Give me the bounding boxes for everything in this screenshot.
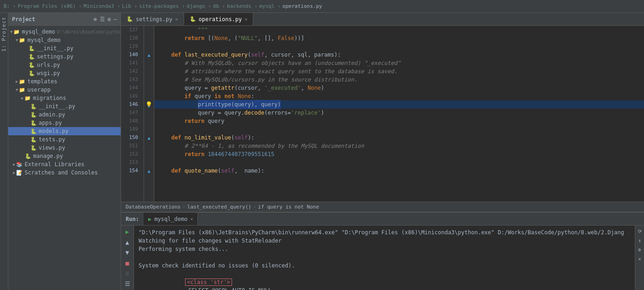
line-number: 138 <box>121 34 144 42</box>
run-output-line: Watching for file changes with StatReloa… <box>139 237 630 245</box>
sidebar-item-init2[interactable]: 🐍 __init__.py <box>8 102 121 110</box>
gutter-cell-146[interactable]: 💡 <box>144 100 154 109</box>
code-line-151: # 2**64 - 1, as recommended by the MySQL… <box>154 142 644 150</box>
sidebar-item-label: mysql_demo <box>22 29 55 35</box>
sidebar-item-label: apps.py <box>39 120 62 126</box>
settings-run-icon[interactable]: ☰ <box>123 279 132 288</box>
gutter-cell <box>144 34 154 42</box>
gutter-cell <box>144 26 154 34</box>
sidebar-item-migrations[interactable]: ▶ 📁 migrations <box>8 94 121 102</box>
code-line-154: def quote_name(self, name): <box>154 167 644 175</box>
code-content: 137 138 139 140 141 142 143 144 145 146 … <box>121 26 644 202</box>
py-file-icon: 🐍 <box>25 153 31 159</box>
line-numbers: 137 138 139 140 141 142 143 144 145 146 … <box>121 26 144 202</box>
chevron-right-icon: ▶ <box>13 170 15 175</box>
sidebar-item-userapp[interactable]: ▼ 📁 userapp <box>8 86 121 94</box>
sidebar-item-label: migrations <box>33 95 66 101</box>
stop-button[interactable]: ■ <box>123 259 132 267</box>
gutter-cell-140: ▲ <box>144 51 154 59</box>
code-lines[interactable]: """ return [(None, ("NULL", [], False))]… <box>154 26 644 202</box>
breadcrumb-part-3[interactable]: if query is not None <box>258 204 319 210</box>
gutter-cell <box>144 59 154 67</box>
line-number: 145 <box>121 92 144 100</box>
py-tab-icon: 🐍 <box>190 16 196 22</box>
right-panel: 🐍 settings.py ✕ 🐍 operations.py ✕ 137 <box>121 13 644 290</box>
line-number: 148 <box>121 117 144 125</box>
side-btn-2[interactable]: ↕ <box>636 237 644 244</box>
gutter-cell <box>144 117 154 125</box>
editor-area: 137 138 139 140 141 142 143 144 145 146 … <box>121 26 644 212</box>
breadcrumb-sep: › <box>253 204 256 210</box>
py-file-icon: 🐍 <box>30 137 37 143</box>
sidebar-item-init[interactable]: 🐍 __init__.py <box>8 44 121 52</box>
code-line-147: query = query.decode(errors='replace') <box>154 109 644 117</box>
line-number: 144 <box>121 84 144 92</box>
run-tab-mysql-demo[interactable]: ▶ mysql_demo ✕ <box>144 213 198 225</box>
py-file-icon: 🐍 <box>29 70 35 76</box>
breadcrumb-part-1[interactable]: DatabaseOperations <box>126 204 180 210</box>
tab-settings[interactable]: 🐍 settings.py ✕ <box>121 13 184 25</box>
sidebar-item-label: __init__.py <box>37 45 73 52</box>
sidebar-header-icons: ⊕ ☰ ⚙ — <box>93 16 117 23</box>
py-file-icon: 🐍 <box>30 104 37 110</box>
scroll-up-button[interactable]: ▲ <box>123 238 132 247</box>
settings-icon[interactable]: ⚙ <box>108 16 111 23</box>
side-btn-1[interactable]: ⟳ <box>636 227 644 235</box>
top-path-bar: B: › Program Files (x86) › Miniconda3 › … <box>0 0 644 13</box>
chevron-right-icon: ▶ <box>16 79 18 84</box>
sidebar-item-wsgi[interactable]: 🐍 wsgi.py <box>8 69 121 77</box>
scroll-down-button[interactable]: ▼ <box>123 248 132 257</box>
close-tab-icon[interactable]: ✕ <box>175 17 178 22</box>
sidebar-item-label: userapp <box>27 87 51 93</box>
py-file-icon: 🐍 <box>30 120 37 126</box>
sidebar-item-urls[interactable]: 🐍 urls.py <box>8 61 121 69</box>
sidebar-item-mysql-demo-inner[interactable]: ▼ 📁 mysql_demo <box>8 36 121 44</box>
project-strip: 1: Project <box>0 13 8 290</box>
close-tab-icon[interactable]: ✕ <box>244 17 247 22</box>
gutter-cell <box>144 42 154 51</box>
breadcrumb-part-2[interactable]: last_executed_query() <box>187 204 251 210</box>
scratch-icon: 📝 <box>16 170 23 176</box>
sidebar-item-mysql-demo-root[interactable]: ▼ 📁 mysql_demo D:\Works\BaseCode\python\… <box>8 28 121 36</box>
sidebar-item-apps[interactable]: 🐍 apps.py <box>8 119 121 127</box>
sidebar-item-label: tests.py <box>39 136 65 143</box>
gutter-cell <box>144 125 154 133</box>
sidebar-item-label: External Libraries <box>24 161 84 168</box>
code-line-144: query = getattr(cursor, '_executed', Non… <box>154 84 644 92</box>
layout-icon[interactable]: ☰ <box>100 16 105 23</box>
add-scope-icon[interactable]: ⊕ <box>93 16 97 23</box>
sidebar-item-ext-libs[interactable]: ▶ 📚 External Libraries <box>8 160 121 168</box>
sidebar-item-label: Scratches and Consoles <box>24 169 98 176</box>
sidebar-item-models[interactable]: 🐍 models.py <box>8 127 121 135</box>
line-number: 153 <box>121 158 144 167</box>
sidebar-item-scratches[interactable]: ▶ 📝 Scratches and Consoles <box>8 168 121 177</box>
minimize-icon[interactable]: — <box>114 16 117 23</box>
sidebar-item-templates[interactable]: ▶ 📁 templates <box>8 77 121 86</box>
side-btn-3[interactable]: ⚙ <box>636 246 644 253</box>
sidebar-item-admin[interactable]: 🐍 admin.py <box>8 110 121 119</box>
run-output-line: "D:\Program Files (x86)\JetBrains\PyChar… <box>139 228 630 237</box>
file-tree: ▼ 📁 mysql_demo D:\Works\BaseCode\python\… <box>8 26 121 290</box>
sidebar-item-label: wsgi.py <box>37 70 60 76</box>
sidebar-item-label: templates <box>27 78 57 85</box>
line-number: 146 <box>121 100 144 109</box>
folder-icon: 📁 <box>19 37 25 43</box>
line-number: 149 <box>121 125 144 133</box>
sidebar-item-tests[interactable]: 🐍 tests.py <box>8 135 121 144</box>
sidebar-item-settings[interactable]: 🐍 settings.py <box>8 52 121 61</box>
sidebar-item-views[interactable]: 🐍 views.py <box>8 144 121 152</box>
close-run-tab-icon[interactable]: ✕ <box>190 216 193 221</box>
sidebar-item-manage[interactable]: 🐍 manage.py <box>8 152 121 160</box>
code-line-137: """ <box>154 26 644 34</box>
chevron-down-icon: ▼ <box>16 87 18 92</box>
sidebar-item-label: admin.py <box>39 111 65 118</box>
gutter-cell <box>144 142 154 150</box>
py-file-icon: 🐍 <box>29 46 35 52</box>
sidebar: Project ⊕ ☰ ⚙ — ▼ 📁 mysql_demo D:\Works\… <box>8 13 121 290</box>
side-btn-4[interactable]: ✕ <box>636 255 644 262</box>
sidebar-item-label: mysql_demo <box>27 37 60 43</box>
py-file-icon: 🐍 <box>30 128 37 134</box>
tab-operations[interactable]: 🐍 operations.py ✕ <box>184 13 254 25</box>
run-panel: Run: ▶ mysql_demo ✕ ▶ ▲ ▼ ■ ⏸ <box>121 212 644 290</box>
rerun-button[interactable]: ▶ <box>123 227 132 236</box>
